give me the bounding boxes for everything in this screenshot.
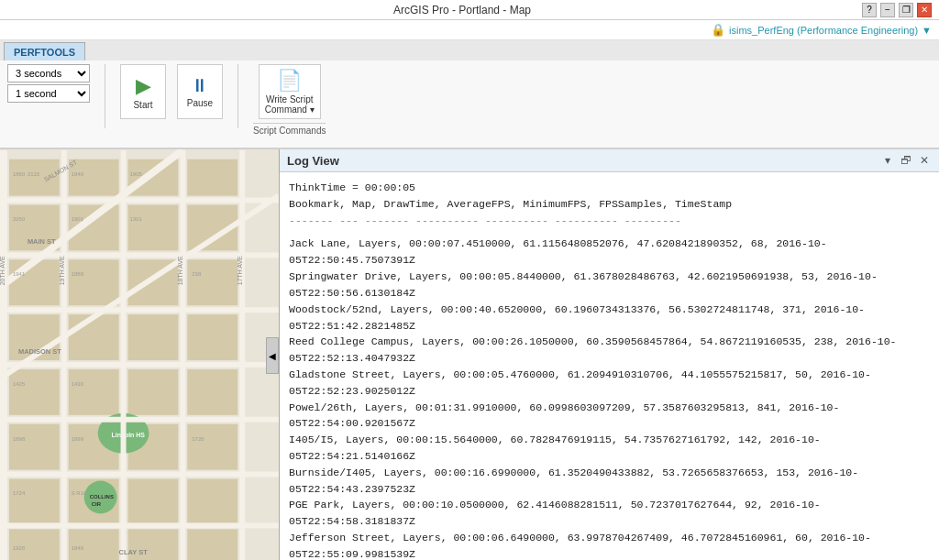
log-line: ------- --- ------- ---------- ---------… xyxy=(289,213,930,229)
user-bar: 🔒 isims_PerfEng (Performance Engineering… xyxy=(0,20,939,40)
seconds-dropdown-1[interactable]: 3 seconds 1 second 5 seconds xyxy=(7,64,90,82)
svg-text:1898: 1898 xyxy=(13,436,26,442)
user-name: isims_PerfEng (Performance Engineering) xyxy=(729,25,918,36)
svg-rect-8 xyxy=(128,205,179,251)
svg-rect-15 xyxy=(69,314,119,360)
pause-button[interactable]: ⏸ Pause xyxy=(177,64,223,119)
svg-text:CLAY ST: CLAY ST xyxy=(119,548,149,556)
svg-rect-21 xyxy=(187,369,238,415)
svg-text:18TH AVE: 18TH AVE xyxy=(177,256,183,285)
log-line: Jefferson Street, Layers, 00:00:06.64900… xyxy=(289,530,930,560)
svg-text:S R10: S R10 xyxy=(72,490,87,496)
svg-rect-39 xyxy=(0,198,279,203)
start-group: ▶ Start xyxy=(120,64,166,119)
svg-rect-48 xyxy=(121,150,127,560)
log-header: Log View ▾ 🗗 ✕ xyxy=(280,149,939,172)
log-empty-line xyxy=(289,228,930,236)
svg-rect-18 xyxy=(9,369,60,415)
user-info[interactable]: 🔒 isims_PerfEng (Performance Engineering… xyxy=(711,23,932,37)
minimize-button[interactable]: − xyxy=(880,3,895,17)
svg-text:1724: 1724 xyxy=(13,490,26,496)
svg-text:20TH AVE: 20TH AVE xyxy=(0,256,6,285)
svg-text:2050: 2050 xyxy=(13,216,26,222)
svg-rect-13 xyxy=(187,259,238,305)
log-line: Woodstock/52nd, Layers, 00:00:40.6520000… xyxy=(289,302,930,335)
log-close-btn[interactable]: ✕ xyxy=(917,153,932,168)
ribbon: PERFTOOLS 3 seconds 1 second 5 seconds 1… xyxy=(0,40,939,149)
map-collapse-button[interactable]: ◀ xyxy=(266,337,279,374)
svg-rect-41 xyxy=(0,307,279,313)
svg-rect-19 xyxy=(69,369,119,415)
log-controls: ▾ 🗗 ✕ xyxy=(880,153,932,168)
svg-rect-43 xyxy=(0,417,279,423)
svg-rect-47 xyxy=(61,150,67,560)
log-line: Powel/26th, Layers, 00:01:31.9910000, 60… xyxy=(289,400,930,433)
svg-text:MAIN ST: MAIN ST xyxy=(28,237,56,246)
seconds-dropdown-2[interactable]: 1 second 3 seconds 5 seconds xyxy=(7,84,90,103)
log-body[interactable]: ThinkTime = 00:00:05Bookmark, Map, DrawT… xyxy=(280,172,939,560)
svg-text:COLLINS: COLLINS xyxy=(90,494,114,500)
log-line: I405/I5, Layers, 00:00:15.5640000, 60.78… xyxy=(289,432,930,465)
svg-rect-30 xyxy=(9,529,60,560)
log-line: Jack Lane, Layers, 00:00:07.4510000, 61.… xyxy=(289,236,930,269)
svg-rect-20 xyxy=(128,369,179,415)
write-script-button[interactable]: 📄 Write ScriptCommand ▾ xyxy=(259,64,321,119)
svg-rect-16 xyxy=(128,314,179,360)
log-dropdown-btn[interactable]: ▾ xyxy=(880,153,895,168)
svg-rect-11 xyxy=(69,259,119,305)
ribbon-tab-bar: PERFTOOLS xyxy=(0,40,939,60)
title-bar: ArcGIS Pro - Portland - Map ? − ❐ ✕ xyxy=(0,0,939,20)
log-line: Burnside/I405, Layers, 00:00:16.6990000,… xyxy=(289,465,930,498)
svg-text:1946: 1946 xyxy=(72,545,84,551)
svg-text:238: 238 xyxy=(192,271,202,277)
perftools-tab[interactable]: PERFTOOLS xyxy=(4,42,85,60)
pause-label: Pause xyxy=(187,98,213,108)
svg-text:1905: 1905 xyxy=(130,171,143,177)
pause-icon: ⏸ xyxy=(191,75,209,96)
window-controls: ? − ❐ ✕ xyxy=(862,3,932,17)
svg-rect-29 xyxy=(187,479,238,525)
svg-text:MADISON ST: MADISON ST xyxy=(18,347,61,356)
svg-text:1949: 1949 xyxy=(72,171,84,177)
svg-rect-31 xyxy=(69,529,119,560)
svg-text:1888: 1888 xyxy=(72,271,84,277)
script-group: 📄 Write ScriptCommand ▾ Script Commands xyxy=(253,64,326,136)
help-button[interactable]: ? xyxy=(862,3,877,17)
svg-text:1899: 1899 xyxy=(72,436,84,442)
svg-rect-46 xyxy=(0,150,7,560)
lock-icon: 🔒 xyxy=(711,23,725,37)
svg-text:CIR: CIR xyxy=(92,501,102,507)
log-float-btn[interactable]: 🗗 xyxy=(899,153,913,168)
svg-rect-28 xyxy=(128,479,179,525)
svg-rect-5 xyxy=(187,159,238,196)
svg-rect-50 xyxy=(239,150,245,560)
log-line: Gladstone Street, Layers, 00:00:05.47600… xyxy=(289,367,930,400)
svg-rect-45 xyxy=(0,522,279,528)
svg-rect-26 xyxy=(9,479,60,525)
svg-text:17TH AVE: 17TH AVE xyxy=(237,256,243,285)
restore-button[interactable]: ❐ xyxy=(899,3,913,17)
map-area[interactable]: Lincoln HS COLLINS CIR SA xyxy=(0,149,280,560)
close-button[interactable]: ✕ xyxy=(917,3,932,17)
svg-text:1301: 1301 xyxy=(130,216,143,222)
log-view: Log View ▾ 🗗 ✕ ThinkTime = 00:00:05Bookm… xyxy=(280,149,939,560)
ribbon-separator-2 xyxy=(238,64,238,128)
user-dropdown-arrow[interactable]: ▼ xyxy=(922,25,932,36)
svg-text:1430: 1430 xyxy=(72,381,84,387)
dropdown-row: 3 seconds 1 second 5 seconds 1 second 3 … xyxy=(7,64,90,103)
svg-text:1860: 1860 xyxy=(13,171,26,177)
script-group-label: Script Commands xyxy=(253,123,326,136)
svg-rect-49 xyxy=(180,150,185,560)
pause-group: ⏸ Pause xyxy=(177,64,223,119)
main-content: Lincoln HS COLLINS CIR SA xyxy=(0,149,939,560)
svg-rect-44 xyxy=(0,472,279,478)
svg-rect-42 xyxy=(0,362,279,368)
log-line: Springwater Drive, Layers, 00:00:05.8440… xyxy=(289,269,930,302)
svg-text:1425: 1425 xyxy=(13,381,26,387)
map-svg: Lincoln HS COLLINS CIR SA xyxy=(0,149,279,560)
start-button[interactable]: ▶ Start xyxy=(120,64,166,119)
svg-text:19TH AVE: 19TH AVE xyxy=(59,256,65,285)
start-label: Start xyxy=(133,100,152,110)
script-label: Write ScriptCommand ▾ xyxy=(265,94,315,115)
script-icon: 📄 xyxy=(277,69,302,93)
